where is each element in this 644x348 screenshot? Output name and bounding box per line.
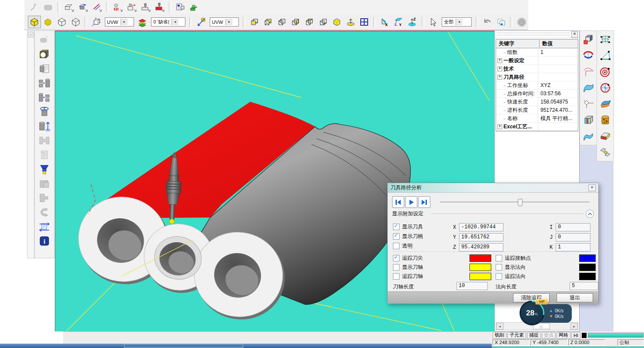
trace-normal-color[interactable] xyxy=(579,273,596,280)
sidebar-clamp-button[interactable] xyxy=(37,191,52,204)
hidden-line-view-button[interactable] xyxy=(69,16,82,28)
checkbox[interactable] xyxy=(496,273,502,280)
trace-normal-option[interactable]: 追踪法向 xyxy=(496,273,526,280)
view-left-button[interactable] xyxy=(275,16,288,28)
chevron-down-icon[interactable]: ▼ xyxy=(225,19,232,25)
trace-tip-color[interactable] xyxy=(470,254,491,262)
trace-contact-color[interactable] xyxy=(579,254,596,262)
chevron-down-icon[interactable]: ▼ xyxy=(121,19,127,25)
tool-box-button[interactable] xyxy=(125,1,138,13)
robot-arm-button[interactable] xyxy=(28,1,41,13)
play-button[interactable] xyxy=(405,196,417,208)
table-row[interactable]: +–快速长度 158.054875 xyxy=(496,98,578,106)
sidebar-report-doc-button[interactable] xyxy=(37,148,52,161)
process-doc-button[interactable] xyxy=(174,1,187,13)
solid-view-button[interactable] xyxy=(42,16,55,28)
stacked-sheets-button[interactable] xyxy=(598,97,612,111)
checkbox[interactable] xyxy=(393,255,399,261)
ucs-cube-button[interactable] xyxy=(90,16,103,28)
mode-intersection-button[interactable]: 交点 xyxy=(542,332,556,339)
table-row[interactable]: +刀具路径 xyxy=(496,73,578,81)
mode-snap-button[interactable]: 捕捉 xyxy=(527,332,541,339)
dialog-close-button[interactable]: ✕ xyxy=(588,184,596,191)
expand-icon[interactable]: + xyxy=(497,124,502,129)
collapse-section-button[interactable] xyxy=(586,210,594,218)
sidebar-part-doc-button[interactable] xyxy=(37,62,52,75)
layer-select[interactable]: 0 '缺省( ▼ xyxy=(151,17,185,27)
copy-button[interactable] xyxy=(495,16,508,28)
table-row[interactable]: +Excel工艺... xyxy=(496,123,578,131)
sidebar-rotate-stock-button[interactable] xyxy=(37,105,52,118)
collapse-left-button[interactable]: ‹ xyxy=(28,32,34,37)
trace-tip-option[interactable]: 追踪刀尖 xyxy=(393,255,423,261)
table-row[interactable]: +–工作坐标 XYZ xyxy=(496,81,578,90)
sidebar-stock-ghost-button[interactable] xyxy=(37,33,52,47)
sidebar-info-button[interactable]: i xyxy=(37,234,52,248)
checkbox[interactable] xyxy=(393,243,399,249)
connect-surfaces-button[interactable] xyxy=(598,145,612,159)
splitter-groove[interactable] xyxy=(496,33,570,34)
chevron-down-icon[interactable]: ▼ xyxy=(456,19,463,25)
table-row[interactable]: +–总操作时间: 03:57:56 xyxy=(496,90,578,98)
slider-thumb[interactable] xyxy=(518,199,523,206)
display-normal-option[interactable]: 显示法向 xyxy=(496,264,526,271)
mode-grid-button[interactable]: 网格 xyxy=(557,332,570,339)
axis-z-button[interactable]: Z xyxy=(406,16,419,28)
sidebar-split-stock-button[interactable] xyxy=(37,76,52,90)
y-value-field[interactable]: 19.651762 xyxy=(459,233,503,241)
stock-pad-button[interactable] xyxy=(42,1,55,13)
table-row[interactable]: +–名称 模具 平行精... xyxy=(496,114,578,123)
sidebar-lift-stock-button[interactable] xyxy=(37,119,52,133)
exit-button[interactable]: 退出 xyxy=(557,293,593,302)
view-four-pane-button[interactable] xyxy=(358,16,371,28)
skip-start-button[interactable] xyxy=(392,196,404,208)
view-back-button[interactable] xyxy=(262,16,275,28)
circle-cross-button[interactable] xyxy=(598,81,612,95)
i-value-field[interactable]: 0 xyxy=(556,223,590,231)
trace-contact-option[interactable]: 追踪接触点 xyxy=(496,255,531,261)
view-ucs-select[interactable]: UVW ▼ xyxy=(210,17,239,27)
undo-button[interactable] xyxy=(481,16,494,28)
filter-select[interactable]: 全部 ▼ xyxy=(442,17,472,27)
display-holder-option[interactable]: 显示刀柄 xyxy=(393,233,423,240)
folded-surface-button[interactable] xyxy=(598,129,612,143)
trace-axis-color[interactable] xyxy=(470,273,491,280)
tool-trace-button[interactable] xyxy=(111,1,124,13)
green-part-button[interactable] xyxy=(188,1,201,13)
axis-length-field[interactable]: 10 xyxy=(456,282,488,290)
drill-line-button[interactable] xyxy=(91,1,104,13)
axis-x-button[interactable]: X xyxy=(379,16,392,28)
surface-patch-button[interactable] xyxy=(581,81,595,95)
view-front-button[interactable] xyxy=(248,16,261,28)
select-cursor-button[interactable] xyxy=(427,16,440,28)
k-value-field[interactable]: 1 xyxy=(556,243,590,251)
sidebar-cclamp-button[interactable] xyxy=(37,205,52,219)
stop-button[interactable] xyxy=(515,16,528,28)
sidebar-transfer-button[interactable] xyxy=(37,220,52,233)
sidebar-machine-button[interactable] xyxy=(37,177,52,190)
drill-finish-button[interactable] xyxy=(153,1,166,13)
panel-close-button[interactable]: ✕ xyxy=(571,31,578,38)
display-axis-option[interactable]: 显示刀轴 xyxy=(393,264,423,271)
axis-y-button[interactable]: Y xyxy=(392,16,406,28)
textured-cylinder-button[interactable] xyxy=(598,113,612,127)
view-top-button[interactable] xyxy=(303,16,316,28)
skip-end-button[interactable] xyxy=(418,196,430,208)
checkbox[interactable] xyxy=(496,264,502,271)
layers-button[interactable] xyxy=(136,16,149,28)
checkbox[interactable] xyxy=(393,264,399,271)
mode-subelement-button[interactable]: 子元素 xyxy=(507,332,526,339)
corner-diamond-button[interactable] xyxy=(581,97,595,111)
vip-badge[interactable]: VIP xyxy=(535,299,548,304)
sidebar-tool-holder-button[interactable] xyxy=(37,162,52,176)
table-row[interactable]: +技术 xyxy=(496,65,578,73)
corner-fillet-button[interactable] xyxy=(581,65,595,79)
view-plan-button[interactable] xyxy=(344,16,357,28)
wave-surface-button[interactable] xyxy=(581,129,595,143)
network-speed-pill[interactable]: ▲0K/s ▼0K/s xyxy=(540,304,572,323)
table-row[interactable]: +–进料长度 951724.470... xyxy=(496,106,578,114)
transparent-option[interactable]: 透明 xyxy=(393,243,413,249)
view-bottom-button[interactable] xyxy=(317,16,330,28)
chevron-down-icon[interactable]: ▼ xyxy=(171,19,178,25)
pocket-mill-button[interactable] xyxy=(77,1,90,13)
